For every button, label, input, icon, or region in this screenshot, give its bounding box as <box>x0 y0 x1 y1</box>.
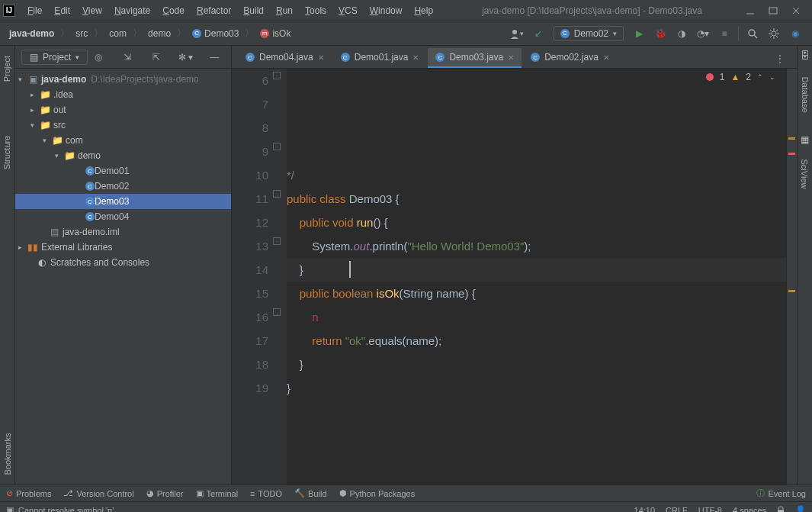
stripe-warning-icon[interactable] <box>788 137 795 140</box>
tool-python-packages[interactable]: ⬢Python Packages <box>339 488 416 498</box>
menu-refactor[interactable]: Refactor <box>191 4 237 18</box>
fold-minus-icon[interactable]: − <box>273 143 281 150</box>
tree-folder-idea[interactable]: ▸📁 .idea <box>15 87 231 102</box>
select-opened-icon[interactable]: ◎ <box>89 48 108 66</box>
inspection-widget[interactable]: 1 ▲2 ⌃ ⌄ <box>706 72 775 82</box>
debug-button[interactable]: 🐞 <box>651 24 669 43</box>
user-icon[interactable]: ▾ <box>508 24 526 43</box>
tool-problems[interactable]: ⊘Problems <box>6 488 51 498</box>
menu-run[interactable]: Run <box>270 4 299 18</box>
tree-scratches[interactable]: ◐ Scratches and Consoles <box>15 255 231 270</box>
breadcrumb-folder[interactable]: src <box>72 27 91 40</box>
error-stripe[interactable] <box>786 69 797 485</box>
tool-sciview[interactable]: SciView <box>801 159 810 189</box>
fold-end-icon[interactable]: ⌟ <box>273 190 281 198</box>
line-gutter[interactable]: 678910111213141516171819 − − ⌟ − ⌟ <box>232 69 287 485</box>
ide-updates-icon[interactable]: ◉ <box>786 24 804 43</box>
fold-column[interactable]: − − ⌟ − ⌟ <box>273 69 282 485</box>
tool-vcs[interactable]: ⎇Version Control <box>63 488 133 498</box>
stripe-error-icon[interactable] <box>788 153 795 155</box>
tree-package-demo[interactable]: ▾📁 demo <box>15 148 231 163</box>
status-icon[interactable]: ▣ <box>6 505 14 512</box>
tree-package-com[interactable]: ▾📁 com <box>15 133 231 148</box>
profile-button[interactable]: ◔▾ <box>694 24 712 43</box>
settings-icon[interactable] <box>765 24 783 43</box>
fold-minus-icon[interactable]: − <box>273 237 281 245</box>
tabs-more-icon[interactable]: ⋮ <box>771 50 789 68</box>
database-tool-icon[interactable]: 🗄 <box>801 50 810 61</box>
tab-demo02-java[interactable]: CDemo02.java✕ <box>523 48 617 68</box>
menu-file[interactable]: File <box>21 4 48 18</box>
cursor-position[interactable]: 14:10 <box>634 506 656 513</box>
indent-status[interactable]: 4 spaces <box>733 506 766 513</box>
maximize-button[interactable] <box>768 5 778 16</box>
search-icon[interactable] <box>743 24 762 43</box>
tree-external-libs[interactable]: ▸▮▮ External Libraries <box>15 240 231 255</box>
back-arrow-icon[interactable]: ↙ <box>529 24 547 43</box>
collapse-all-icon[interactable]: ⇱ <box>147 48 165 66</box>
code-editor[interactable]: */public class Demo03 { public void run(… <box>287 69 786 485</box>
event-log-button[interactable]: ⓘEvent Log <box>756 488 806 499</box>
line-separator[interactable]: CRLF <box>666 506 688 513</box>
menu-navigate[interactable]: Navigate <box>108 4 156 18</box>
tree-class-demo01[interactable]: CDemo01 <box>15 163 231 179</box>
tab-close-icon[interactable]: ✕ <box>603 53 609 62</box>
project-icon: ▤ <box>30 52 38 63</box>
breadcrumb-project[interactable]: java-demo <box>6 27 57 40</box>
chevron-up-icon[interactable]: ⌃ <box>757 73 763 81</box>
file-encoding[interactable]: UTF-8 <box>698 506 722 513</box>
tree-class-demo03[interactable]: CDemo03 <box>15 194 231 209</box>
tab-demo01-java[interactable]: CDemo01.java✕ <box>333 48 427 68</box>
close-button[interactable] <box>791 5 801 16</box>
sciview-tool-icon[interactable]: ▦ <box>801 134 809 145</box>
project-tree[interactable]: ▾▣ java-demoD:\IdeaProjects\java-demo ▸📁… <box>15 69 231 485</box>
stripe-warning-icon[interactable] <box>788 290 795 292</box>
breadcrumb-folder[interactable]: com <box>106 27 130 40</box>
sidebar-settings-icon[interactable]: ✻ ▾ <box>176 48 194 66</box>
run-button[interactable]: ▶ <box>630 24 648 43</box>
menu-tools[interactable]: Tools <box>299 4 332 18</box>
tree-class-demo02[interactable]: CDemo02 <box>15 179 231 194</box>
tool-structure[interactable]: Structure <box>3 136 12 170</box>
hide-sidebar-icon[interactable]: — <box>205 48 223 66</box>
tool-todo[interactable]: ≡TODO <box>250 489 282 498</box>
breadcrumb-method[interactable]: misOk <box>257 27 294 40</box>
run-config-selector[interactable]: C Demo02 ▾ <box>554 26 624 41</box>
menu-window[interactable]: Window <box>364 4 409 18</box>
stop-button[interactable]: ■ <box>715 24 733 43</box>
tool-database[interactable]: Database <box>801 76 810 112</box>
menu-vcs[interactable]: VCS <box>332 4 364 18</box>
tree-iml-file[interactable]: ▤ java-demo.iml <box>15 224 231 240</box>
tool-build[interactable]: 🔨Build <box>294 488 326 498</box>
tab-close-icon[interactable]: ✕ <box>412 53 419 62</box>
tool-project[interactable]: Project <box>3 56 12 82</box>
tab-demo03-java[interactable]: CDemo03.java✕ <box>428 48 522 68</box>
fold-minus-icon[interactable]: − <box>273 72 281 79</box>
coverage-button[interactable]: ◑ <box>672 24 691 43</box>
minimize-button[interactable] <box>745 5 756 16</box>
tree-folder-out[interactable]: ▸📁 out <box>15 102 231 118</box>
chevron-down-icon[interactable]: ⌄ <box>769 73 775 81</box>
expand-all-icon[interactable]: ⇲ <box>118 48 136 66</box>
breadcrumb-folder[interactable]: demo <box>145 27 174 40</box>
menu-edit[interactable]: Edit <box>48 4 76 18</box>
tree-folder-src[interactable]: ▾📁 src <box>15 118 231 133</box>
tool-profiler[interactable]: ◕Profiler <box>146 488 184 498</box>
menu-build[interactable]: Build <box>237 4 270 18</box>
menu-help[interactable]: Help <box>408 4 439 18</box>
tab-close-icon[interactable]: ✕ <box>318 53 324 62</box>
sidebar-view-selector[interactable]: ▤ Project ▾ <box>21 50 88 65</box>
tool-terminal[interactable]: ▣Terminal <box>196 488 239 498</box>
readonly-lock-icon[interactable] <box>777 506 785 513</box>
inspection-profile-icon[interactable]: 👤 <box>795 505 806 512</box>
tool-bookmarks[interactable]: Bookmarks <box>3 433 12 475</box>
tree-root[interactable]: ▾▣ java-demoD:\IdeaProjects\java-demo <box>15 72 231 87</box>
menu-code[interactable]: Code <box>156 4 191 18</box>
breadcrumb-class[interactable]: CDemo03 <box>189 27 242 40</box>
editor-body[interactable]: 678910111213141516171819 − − ⌟ − ⌟ */pub… <box>232 69 797 485</box>
menu-view[interactable]: View <box>76 4 108 18</box>
tab-close-icon[interactable]: ✕ <box>508 53 514 62</box>
fold-end-icon[interactable]: ⌟ <box>273 308 281 316</box>
tree-class-demo04[interactable]: CDemo04 <box>15 209 231 224</box>
tab-demo04-java[interactable]: CDemo04.java✕ <box>238 48 332 68</box>
